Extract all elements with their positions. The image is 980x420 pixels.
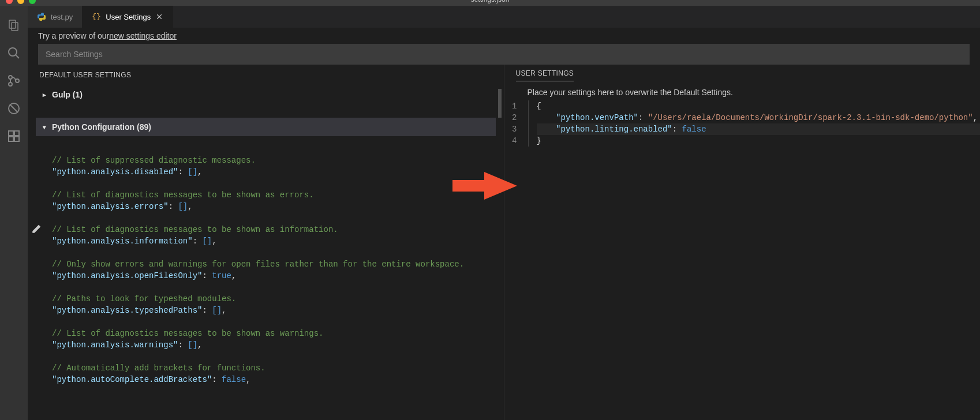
new-settings-editor-link[interactable]: new settings editor [109, 31, 177, 40]
svg-rect-11 [9, 137, 13, 141]
code-line[interactable]: "python.linting.enabled": false [537, 123, 981, 135]
scrollbar-thumb[interactable] [498, 89, 502, 118]
setting-entry[interactable]: "python.analysis.errors": [], [52, 201, 496, 212]
line-number: 2 [504, 112, 517, 123]
svg-rect-10 [14, 131, 19, 136]
json-braces-icon: {} [92, 12, 101, 21]
setting-entry[interactable]: "python.analysis.openFilesOnly": true, [52, 270, 496, 282]
titlebar: settings.json [0, 0, 980, 6]
python-configuration-section[interactable]: ▾ Python Configuration (89) [36, 118, 496, 136]
section-label: Python Configuration (89) [52, 122, 151, 132]
setting-entry[interactable]: "python.analysis.disabled": [], [52, 166, 496, 178]
setting-comment: // Only show errors and warnings for ope… [52, 258, 496, 270]
user-settings-header: USER SETTINGS [504, 65, 981, 85]
search-activity[interactable] [0, 39, 28, 67]
tab-test-py[interactable]: test.py [28, 6, 83, 28]
line-number-gutter: 1234 [504, 100, 522, 147]
setting-entry[interactable]: "python.autoComplete.addBrackets": false… [52, 374, 496, 385]
svg-point-2 [9, 48, 17, 56]
setting-comment: // List of diagnostics messages to be sh… [52, 328, 496, 339]
section-label: Gulp (1) [52, 90, 83, 99]
svg-point-4 [9, 76, 12, 79]
gulp-section[interactable]: ▸ Gulp (1) [36, 85, 496, 104]
code-line[interactable]: "python.venvPath": "/Users/raela/Documen… [537, 112, 981, 123]
code-line[interactable]: { [537, 100, 981, 112]
setting-entry[interactable]: "python.analysis.warnings": [], [52, 339, 496, 351]
svg-line-3 [16, 55, 19, 58]
search-input[interactable] [46, 50, 962, 59]
traffic-lights [6, 0, 36, 4]
svg-rect-1 [12, 22, 18, 31]
python-icon [37, 12, 46, 21]
setting-comment: // Automatically add brackets for functi… [52, 362, 496, 374]
close-tab-icon[interactable] [155, 13, 163, 21]
line-number: 3 [504, 123, 517, 135]
preview-text: Try a preview of our [38, 31, 109, 40]
activity-bar [0, 6, 28, 420]
window-title: settings.json [471, 0, 510, 3]
svg-rect-9 [9, 131, 13, 136]
tab-label: User Settings [106, 13, 151, 21]
edit-pencil-icon[interactable] [31, 224, 42, 234]
line-number: 4 [504, 135, 517, 147]
chevron-down-icon: ▾ [43, 123, 48, 131]
search-settings-field[interactable] [38, 44, 970, 65]
user-settings-editor[interactable]: 1234 { "python.venvPath": "/Users/raela/… [504, 100, 981, 147]
preview-banner: Try a preview of our new settings editor [28, 28, 980, 44]
line-number: 1 [504, 100, 517, 112]
minimize-window-button[interactable] [17, 0, 24, 4]
svg-rect-12 [14, 137, 19, 141]
default-user-settings-header: DEFAULT USER SETTINGS [28, 65, 504, 85]
source-control-activity[interactable] [0, 67, 28, 95]
tab-bar: test.py {} User Settings [28, 6, 980, 28]
explorer-activity[interactable] [0, 12, 28, 39]
tab-label: test.py [51, 13, 73, 21]
svg-rect-0 [9, 20, 16, 28]
default-settings-list: // List of suppressed diagnostic message… [36, 136, 496, 385]
maximize-window-button[interactable] [29, 0, 36, 4]
setting-comment: // List of diagnostics messages to be sh… [52, 189, 496, 201]
setting-comment: // Paths to look for typeshed modules. [52, 293, 496, 305]
svg-line-8 [10, 104, 18, 112]
close-window-button[interactable] [6, 0, 13, 4]
tab-user-settings[interactable]: {} User Settings [83, 6, 173, 28]
debug-activity[interactable] [0, 95, 28, 122]
svg-point-5 [9, 82, 12, 86]
setting-entry[interactable]: "python.analysis.typeshedPaths": [], [52, 305, 496, 316]
setting-comment: // List of diagnostics messages to be sh… [52, 224, 496, 235]
chevron-right-icon: ▸ [43, 91, 48, 99]
setting-comment: // List of suppressed diagnostic message… [52, 155, 496, 166]
code-content[interactable]: { "python.venvPath": "/Users/raela/Docum… [529, 100, 981, 147]
code-line[interactable]: } [537, 135, 981, 147]
setting-entry[interactable]: "python.analysis.information": [], [52, 235, 496, 247]
user-settings-description: Place your settings here to overwrite th… [504, 85, 981, 100]
default-settings-tree[interactable]: ▸ Gulp (1) ▾ Python Configuration (89) /… [28, 85, 504, 420]
extensions-activity[interactable] [0, 122, 28, 150]
